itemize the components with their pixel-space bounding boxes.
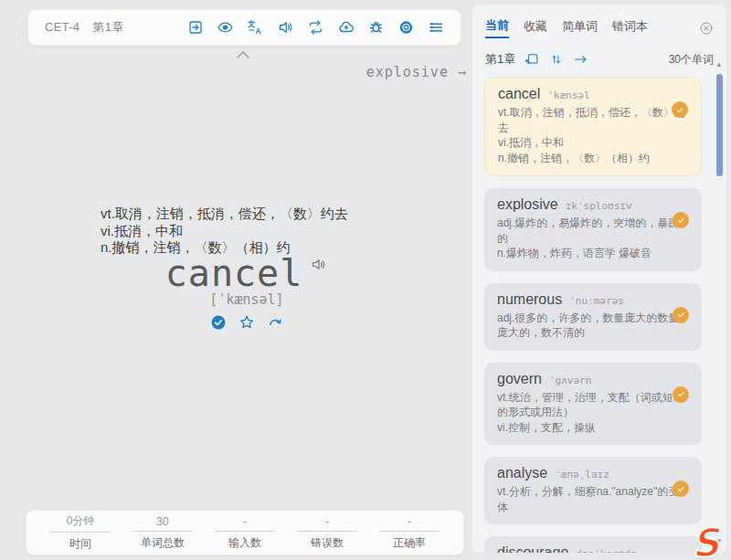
- course-title: CET-4第1章: [45, 19, 123, 36]
- word-card-phonetic: ˈgʌvərn: [549, 375, 591, 386]
- stat-label: 时间: [50, 533, 111, 552]
- known-check-icon[interactable]: [210, 314, 227, 331]
- checked-badge-icon: [673, 386, 689, 403]
- chapter-name: 第1章: [92, 20, 123, 34]
- word-card-phonetic: dɪsˈkɜrɪdʒ: [576, 548, 636, 553]
- next-word-hint: explosive →: [266, 64, 467, 80]
- word-card-word: explosive: [497, 196, 558, 213]
- word-list-panel: 当前 收藏 简单词 错词本 第1章 30个单词: [472, 5, 726, 553]
- checked-badge-icon: [673, 212, 689, 228]
- stat-item: 0分钟 时间: [50, 513, 111, 552]
- word-card[interactable]: numerous ˈnuːmərəs adj.很多的，许多的，数量庞大的数量庞大…: [484, 283, 702, 351]
- word-card-phonetic: ˈænəˌlaɪz: [555, 469, 609, 481]
- repeat-icon[interactable]: [304, 17, 327, 37]
- speaker-icon[interactable]: [274, 17, 297, 37]
- scroll-up-icon[interactable]: ▲: [715, 61, 723, 69]
- sidebar-tab-当前[interactable]: 当前: [485, 17, 509, 38]
- word-card[interactable]: cancel ˈkænsəl vt.取消，注销，抵消，偿还，〈数〉约去vi.抵消…: [484, 77, 702, 176]
- sidebar-tab-收藏[interactable]: 收藏: [524, 18, 547, 37]
- exit-icon[interactable]: [184, 17, 207, 37]
- stat-item: 30 单词总数: [132, 515, 193, 551]
- word-card[interactable]: analyse ˈænəˌlaɪz vt.分析，分解，细察na."analyze…: [484, 457, 702, 524]
- word-card-definitions: vt.取消，注销，抵消，偿还，〈数〉约去vi.抵消，中和n.撤销，注销，〈数〉（…: [498, 105, 688, 165]
- word-card[interactable]: explosive ɪkˈsploʊsɪv adj.爆炸的，易爆炸的，突增的，暴…: [484, 188, 702, 271]
- word-card[interactable]: discourage dɪsˈkɜrɪdʒ vt.使气馁，使沮丧，阻碍，劝阻: [484, 536, 702, 553]
- stat-label: 单词总数: [132, 532, 193, 551]
- course-name: CET-4: [45, 20, 79, 34]
- definition-line: vi.抵消，中和: [101, 223, 348, 240]
- word-card-head: discourage dɪsˈkɜrɪdʒ: [497, 544, 689, 553]
- word-card-word: govern: [497, 371, 542, 387]
- word-card-head: analyse ˈænəˌlaɪz: [497, 465, 689, 481]
- word-card-head: govern ˈgʌvərn: [497, 371, 689, 387]
- word-card-word: numerous: [497, 291, 562, 308]
- word-definitions: vt.取消，注销，抵消，偿还，〈数〉约去 vi.抵消，中和 n.撤销，注销，〈数…: [101, 206, 348, 257]
- current-word-row: cancel: [0, 252, 493, 294]
- word-card-definitions: adj.爆炸的，易爆炸的，突增的，暴躁的n.爆炸物，炸药，语言学 爆破音: [497, 216, 689, 261]
- cloud-upload-icon[interactable]: [334, 17, 357, 37]
- current-word-phonetic: [ˈkænsəl]: [0, 291, 493, 308]
- translate-icon[interactable]: 文A: [244, 17, 267, 37]
- gear-icon[interactable]: [395, 17, 418, 37]
- stat-label: 正确率: [379, 532, 440, 551]
- star-collect-icon[interactable]: [238, 314, 255, 331]
- word-card-head: explosive ɪkˈsploʊsɪv: [497, 196, 689, 213]
- svg-text:A: A: [256, 27, 261, 36]
- stat-item: - 错误数: [297, 515, 357, 551]
- word-card-word: cancel: [498, 86, 540, 102]
- scrollbar-thumb[interactable]: [716, 74, 723, 176]
- chapter-label: 第1章: [485, 51, 515, 68]
- word-card-definitions: adj.很多的，许多的，数量庞大的数量庞大的，数不清的: [497, 311, 689, 341]
- stats-bar: 0分钟 时间 30 单词总数 - 输入数 - 错误数: [26, 510, 464, 555]
- stat-value: 0分钟: [50, 513, 111, 532]
- word-count: 30个单词: [669, 52, 714, 68]
- stat-value: 30: [132, 515, 193, 531]
- sidebar-tab-错词本[interactable]: 错词本: [612, 18, 648, 37]
- word-card-phonetic: ˈnuːmərəs: [569, 295, 624, 307]
- stat-value: -: [297, 515, 357, 531]
- sidebar-scrollbar[interactable]: ▲ ▼: [715, 61, 724, 547]
- eye-icon[interactable]: [214, 17, 237, 37]
- word-card-head: numerous ˈnuːmərəs: [497, 291, 689, 308]
- checked-badge-icon: [672, 101, 688, 118]
- close-icon[interactable]: [699, 21, 714, 36]
- chevron-up-icon[interactable]: [234, 48, 252, 64]
- refresh-chapter-icon[interactable]: [524, 52, 540, 67]
- sidebar-tabs: 当前 收藏 简单词 错词本: [472, 5, 726, 42]
- stat-item: - 正确率: [379, 515, 440, 551]
- checked-badge-icon: [673, 481, 689, 497]
- stat-label: 错误数: [297, 532, 357, 551]
- toolbar-icon-group: 文A: [184, 17, 448, 37]
- menu-icon[interactable]: [425, 17, 448, 37]
- sogou-input-logo[interactable]: S: [684, 525, 727, 560]
- stat-item: - 输入数: [215, 515, 275, 551]
- stat-value: -: [215, 515, 275, 531]
- sidebar-tab-简单词[interactable]: 简单词: [562, 18, 598, 37]
- definition-line: vt.取消，注销，抵消，偿还，〈数〉约去: [101, 206, 348, 223]
- stat-label: 输入数: [215, 532, 275, 551]
- word-card[interactable]: govern ˈgʌvərn vt.统治，管理，治理，支配（词或短语的形式或用法…: [484, 363, 702, 446]
- word-card-definitions: vt.分析，分解，细察na."analyze"的变体: [497, 484, 689, 514]
- sort-icon[interactable]: [549, 52, 563, 67]
- arrow-right-icon[interactable]: [572, 52, 589, 67]
- word-action-bar: [0, 314, 493, 331]
- word-card-word: analyse: [497, 465, 547, 481]
- svg-text:文: 文: [247, 19, 255, 28]
- stat-value: -: [379, 515, 440, 531]
- chapter-row: 第1章 30个单词: [472, 42, 726, 73]
- bug-icon[interactable]: [365, 17, 387, 37]
- word-card-head: cancel ˈkænsəl: [498, 86, 688, 102]
- main-practice-area: CET-4第1章 文A: [0, 0, 472, 560]
- pronounce-speaker-icon[interactable]: [310, 256, 328, 277]
- word-card-phonetic: ˈkænsəl: [547, 90, 589, 101]
- word-list: cancel ˈkænsəl vt.取消，注销，抵消，偿还，〈数〉约去vi.抵消…: [472, 73, 726, 553]
- top-toolbar: CET-4第1章 文A: [27, 9, 461, 46]
- word-card-definitions: vt.统治，管理，治理，支配（词或短语的形式或用法）vi.控制，支配，操纵: [497, 390, 689, 436]
- app-window: CET-4第1章 文A: [0, 0, 731, 560]
- checked-badge-icon: [673, 307, 689, 323]
- word-card-word: discourage: [497, 544, 568, 553]
- current-word: cancel: [165, 252, 303, 294]
- redo-next-icon[interactable]: [267, 314, 283, 331]
- word-card-phonetic: ɪkˈsploʊsɪv: [566, 200, 632, 212]
